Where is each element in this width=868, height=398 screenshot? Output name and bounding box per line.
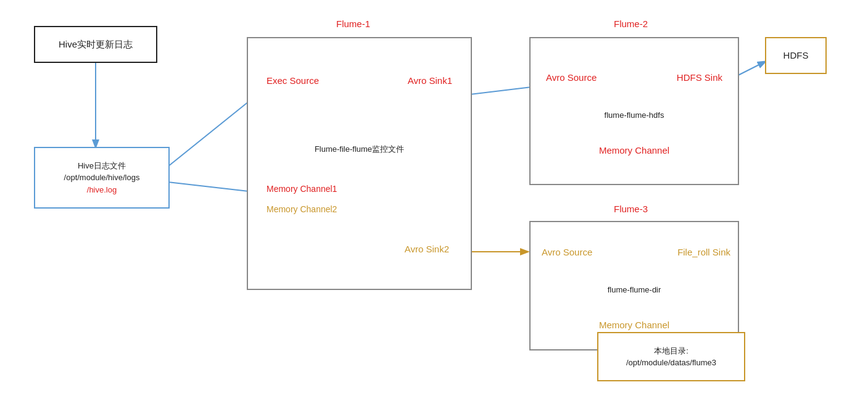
local-dir-box: 本地目录: /opt/module/datas/flume3 [597, 332, 745, 381]
diagram: Hive实时更新日志 Hive日志文件 /opt/module/hive/log… [0, 0, 868, 398]
flume2-label: flume-flume-hdfs [605, 109, 664, 122]
local-dir-line1: 本地目录: [654, 345, 688, 357]
local-dir-line2: /opt/module/datas/flume3 [626, 357, 716, 369]
hive-log-file-line2: /opt/module/hive/logs [64, 172, 140, 184]
flume1-monitor-label: Flume-file-flume监控文件 [315, 143, 404, 155]
flume1-title: Flume-1 [336, 17, 370, 31]
flume3-avro-source: Avro Source [542, 247, 592, 258]
hive-realtime-log-box: Hive实时更新日志 [34, 26, 157, 63]
flume1-box: Exec Source Avro Sink1 Flume-file-flume监… [247, 37, 472, 290]
hive-log-file-line1: Hive日志文件 [78, 160, 126, 172]
flume2-title: Flume-2 [614, 17, 648, 31]
flume2-memory-channel: Memory Channel [599, 145, 669, 156]
flume3-memory-channel: Memory Channel [599, 320, 669, 331]
flume1-exec-source: Exec Source [267, 75, 319, 86]
flume2-avro-source: Avro Source [546, 72, 597, 83]
hdfs-label: HDFS [783, 49, 809, 63]
hive-log-file-line3: /hive.log [87, 184, 117, 196]
flume3-box: Avro Source File_roll Sink flume-flume-d… [529, 221, 739, 350]
hdfs-box: HDFS [765, 37, 827, 74]
svg-line-1 [168, 96, 256, 167]
flume2-hdfs-sink: HDFS Sink [677, 72, 722, 83]
flume3-title: Flume-3 [614, 202, 648, 217]
hive-realtime-log-label: Hive实时更新日志 [59, 38, 133, 52]
hive-log-file-box: Hive日志文件 /opt/module/hive/logs /hive.log [34, 147, 170, 209]
flume1-memory-channel1: Memory Channel1 [267, 183, 337, 194]
flume1-avro-sink1: Avro Sink1 [408, 75, 452, 86]
flume2-box: Avro Source HDFS Sink flume-flume-hdfs M… [529, 37, 739, 185]
flume1-avro-sink2: Avro Sink2 [405, 244, 449, 255]
flume3-fileroll-sink: File_roll Sink [677, 247, 730, 258]
flume1-memory-channel2: Memory Channel2 [267, 204, 337, 215]
flume3-label: flume-flume-dir [608, 284, 661, 296]
